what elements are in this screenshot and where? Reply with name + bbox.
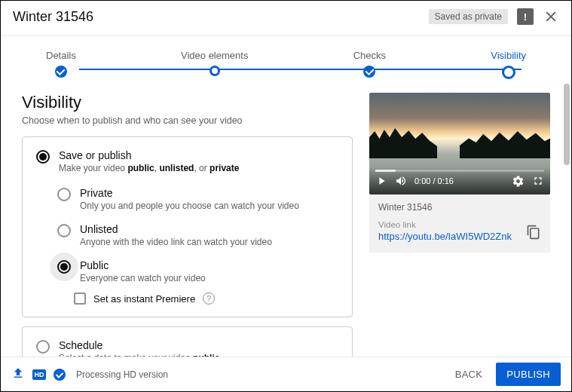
step-video-elements[interactable]: Video elements [181,50,248,79]
option-title: Unlisted [80,223,272,235]
scrollbar[interactable] [564,84,570,165]
visibility-suboptions: Private Only you and people you choose c… [51,181,338,305]
desc-bold: public [127,163,154,173]
premiere-label: Set as instant Premiere [93,293,195,305]
step-label: Checks [353,50,386,61]
upload-icon [11,366,25,383]
video-preview[interactable]: 0:00 / 0:16 [369,93,550,194]
option-title: Private [80,187,299,199]
processing-text: Processing HD version [76,369,168,380]
back-button[interactable]: BACK [445,363,494,386]
step-details[interactable]: Details [46,50,76,79]
desc-bold: unlisted [159,163,194,173]
desc-bold: private [210,163,239,173]
save-status-badge: Saved as private [429,9,508,24]
dialog-footer: HD Processing HD version BACK PUBLISH [1,357,571,391]
option-desc: Everyone can watch your video [80,273,206,283]
copy-icon[interactable] [526,225,541,242]
publish-button[interactable]: PUBLISH [496,363,561,386]
help-icon[interactable]: ? [203,292,215,305]
video-time: 0:00 / 0:16 [414,176,454,185]
fullscreen-icon[interactable] [532,175,544,187]
close-icon[interactable] [543,8,559,25]
step-dot-check-icon [55,66,67,78]
step-label: Details [46,50,76,61]
video-controls: 0:00 / 0:16 [369,167,550,194]
option-desc: Anyone with the video link can watch you… [80,237,272,247]
radio-icon[interactable] [57,260,71,274]
video-link[interactable]: https://youtu.be/IaWI5WD2Znk [378,231,512,242]
step-label: Visibility [491,50,526,61]
option-desc: Only you and people you choose can watch… [80,201,299,211]
option-title: Save or publish [59,149,239,161]
option-desc: Make your video public, unlisted, or pri… [59,163,239,173]
video-meta-panel: Winter 31546 Video link https://youtu.be… [369,194,550,253]
step-checks[interactable]: Checks [353,50,386,79]
volume-icon[interactable] [395,175,407,187]
save-or-publish-option[interactable]: Save or publish Make your video public, … [36,149,338,173]
radio-icon[interactable] [57,224,71,237]
step-visibility[interactable]: Visibility [491,50,526,79]
content-area: Visibility Choose when to publish and wh… [1,79,571,376]
feedback-icon[interactable]: ! [517,8,534,25]
step-dot-check-icon [363,66,375,78]
visibility-private-option[interactable]: Private Only you and people you choose c… [51,181,338,217]
header-actions: Saved as private ! [429,8,559,25]
desc-text: , or [194,163,210,173]
desc-text: Make your video [59,163,127,173]
option-title: Schedule [59,339,219,351]
section-subtitle: Choose when to publish and who can see y… [22,115,353,126]
header-divider [1,35,571,36]
settings-icon[interactable] [512,175,525,188]
instant-premiere-row: Set as instant Premiere ? [74,292,338,305]
option-title: Public [80,259,206,271]
check-circle-icon [54,369,66,381]
hd-badge-icon: HD [32,369,46,380]
dialog-header: Winter 31546 Saved as private ! [1,1,571,35]
premiere-checkbox[interactable] [74,292,86,305]
thumbnail-art [369,127,550,158]
left-column: Visibility Choose when to publish and wh… [22,93,353,376]
video-title: Winter 31546 [13,9,93,25]
step-dot-current-icon [502,66,515,79]
radio-icon[interactable] [36,340,50,354]
step-dot-icon [210,66,220,76]
footer-status: HD Processing HD version [11,366,168,383]
video-link-label: Video link [378,220,512,229]
save-or-publish-card: Save or publish Make your video public, … [22,136,353,317]
radio-icon[interactable] [57,188,71,201]
section-title: Visibility [22,93,353,112]
radio-icon[interactable] [36,150,50,164]
meta-video-title: Winter 31546 [378,202,541,213]
play-icon[interactable] [375,175,387,187]
visibility-unlisted-option[interactable]: Unlisted Anyone with the video link can … [51,217,338,253]
right-column: 0:00 / 0:16 Winter 31546 Video link http… [369,93,550,376]
stepper: Details Video elements Checks Visibility [46,50,526,79]
step-label: Video elements [181,50,248,61]
visibility-public-option[interactable]: Public Everyone can watch your video [51,253,338,289]
